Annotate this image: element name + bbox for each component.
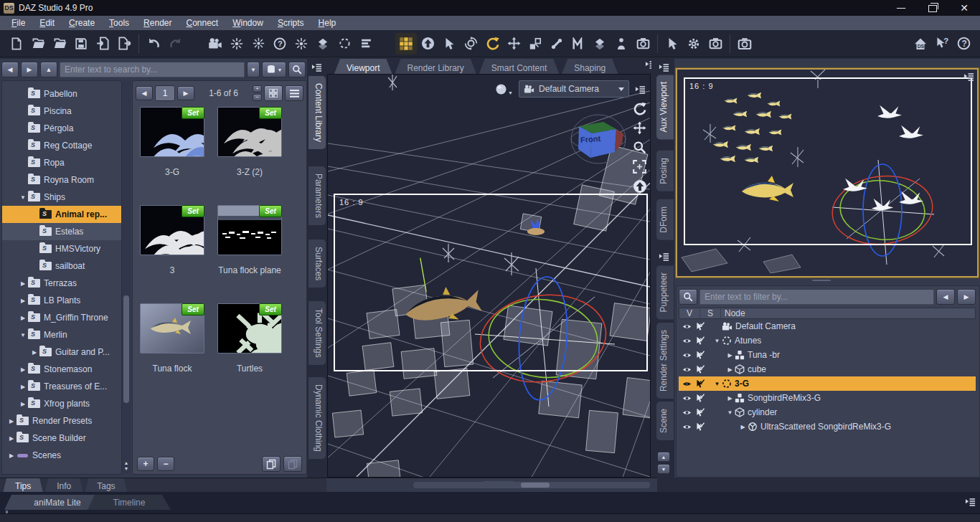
menu-connect[interactable]: Connect bbox=[179, 16, 225, 29]
expand-arrow-icon[interactable]: ▶ bbox=[712, 424, 747, 430]
restore-button[interactable] bbox=[917, 0, 948, 16]
merge-file-icon[interactable] bbox=[49, 33, 70, 54]
menu-tools[interactable]: Tools bbox=[102, 16, 136, 29]
tab-puppeteer[interactable]: Puppeteer bbox=[656, 265, 674, 319]
search-go-button[interactable] bbox=[288, 62, 306, 77]
rotate-tool-icon[interactable] bbox=[481, 33, 503, 54]
page-number[interactable]: 1 bbox=[155, 85, 175, 101]
pane-splitter[interactable] bbox=[676, 277, 977, 283]
tree-item[interactable]: SRoyna Room bbox=[2, 171, 121, 189]
expand-arrow-icon[interactable]: ▶ bbox=[19, 366, 27, 373]
tree-item[interactable]: SPabellon bbox=[2, 85, 121, 103]
collapse-arrow-icon[interactable]: ▼ bbox=[19, 194, 27, 201]
create-spotlight-icon[interactable] bbox=[291, 33, 312, 54]
scale-tool-icon[interactable] bbox=[524, 33, 546, 54]
drawstyle-button[interactable]: ▼ bbox=[495, 83, 513, 95]
content-gallery-icon[interactable] bbox=[395, 33, 417, 54]
thumbnail-image[interactable]: Set bbox=[217, 205, 282, 255]
list-view-button[interactable] bbox=[285, 85, 303, 101]
tree-item[interactable]: ▼SShips bbox=[2, 189, 121, 206]
tree-item[interactable]: ▶SXfrog plants bbox=[2, 395, 121, 412]
minimize-button[interactable]: — bbox=[885, 0, 917, 16]
tab-tool-settings[interactable]: Tool Settings bbox=[308, 301, 326, 365]
collapse-arrow-icon[interactable]: ▼ bbox=[712, 338, 721, 344]
surface-selection-icon[interactable] bbox=[567, 33, 589, 54]
thumbnail-tuna-flock-plane[interactable]: Set Tuna flock plane bbox=[217, 205, 282, 275]
scene-node[interactable]: ▶SongbirdReMix3-G bbox=[679, 391, 976, 405]
create-distant-light-icon[interactable] bbox=[226, 33, 248, 54]
tab-dynamic-clothing[interactable]: Dynamic Clothing bbox=[308, 377, 326, 459]
tree-item[interactable]: ▶SStonemason bbox=[2, 361, 121, 378]
thumbnail-3-Z-2[interactable]: Set 3-Z (2) bbox=[217, 107, 282, 177]
scene-node[interactable]: ▼cylinder bbox=[679, 405, 976, 419]
tab-smart-content[interactable]: Smart Content bbox=[479, 59, 560, 75]
thumbnail-image[interactable]: Set bbox=[217, 303, 282, 353]
expand-arrow-icon[interactable]: ▶ bbox=[8, 452, 15, 459]
tree-item[interactable]: ▶SGuitar and P... bbox=[2, 343, 121, 361]
expand-arrow-icon[interactable]: ▶ bbox=[19, 384, 27, 390]
filter-next-button[interactable]: ▶ bbox=[957, 289, 976, 305]
menu-scripts[interactable]: Scripts bbox=[270, 16, 311, 29]
eye-icon[interactable] bbox=[682, 351, 692, 360]
menu-help[interactable]: Help bbox=[311, 16, 344, 29]
tab-surfaces[interactable]: Surfaces bbox=[308, 239, 326, 288]
close-button[interactable]: ✕ bbox=[948, 0, 980, 16]
horizontal-scrollbar-thumb[interactable] bbox=[521, 483, 550, 488]
render-settings-icon[interactable] bbox=[705, 33, 726, 54]
selectable-icon[interactable] bbox=[695, 336, 705, 346]
filter-prev-button[interactable]: ◀ bbox=[936, 289, 955, 305]
expand-arrow-icon[interactable]: ▶ bbox=[31, 349, 38, 356]
camera-selector[interactable]: Default Camera bbox=[519, 80, 629, 98]
menu-edit[interactable]: Edit bbox=[32, 16, 62, 29]
aux-viewport[interactable]: 16 : 9 bbox=[676, 68, 979, 277]
tree-scrollbar-thumb[interactable] bbox=[123, 295, 129, 403]
tree-item[interactable]: ▼SMerlin bbox=[2, 326, 121, 343]
selectable-icon[interactable] bbox=[695, 322, 705, 331]
paste-page-icon[interactable] bbox=[283, 456, 302, 472]
tab-tips[interactable]: Tips bbox=[3, 478, 43, 493]
figure-selection-icon[interactable] bbox=[611, 33, 632, 54]
grid-view-button[interactable] bbox=[264, 85, 283, 101]
tree-item[interactable]: ▶STreasures of E... bbox=[2, 378, 121, 395]
camera-selection-icon[interactable] bbox=[632, 33, 654, 54]
viewport-navigation-icon[interactable] bbox=[417, 33, 438, 54]
tab-aux-viewport[interactable]: Aux Viewport bbox=[656, 75, 674, 139]
joint-editor-icon[interactable] bbox=[546, 33, 567, 54]
tree-item[interactable]: ▶STerrazas bbox=[2, 275, 121, 292]
thumbnail-image[interactable]: Set bbox=[140, 303, 204, 353]
eye-icon[interactable] bbox=[682, 379, 692, 389]
eye-icon[interactable] bbox=[682, 422, 692, 432]
selectable-icon[interactable] bbox=[695, 351, 705, 360]
tree-item[interactable]: ▶Scenes bbox=[2, 447, 121, 464]
thumbnail-tuna-flock[interactable]: Set Tuna flock bbox=[140, 303, 204, 374]
tree-item[interactable]: Ssailboat bbox=[2, 257, 121, 275]
copy-page-icon[interactable] bbox=[262, 456, 281, 472]
expand-arrow-icon[interactable]: ▶ bbox=[19, 298, 27, 304]
pane-menu-icon[interactable] bbox=[311, 62, 322, 72]
nav-back-button[interactable]: ◀ bbox=[1, 62, 19, 77]
help-icon[interactable] bbox=[953, 33, 974, 54]
collapse-arrow-icon[interactable]: ▼ bbox=[712, 409, 734, 416]
selectable-icon[interactable] bbox=[695, 394, 705, 403]
eye-icon[interactable] bbox=[682, 365, 692, 374]
thumbnail-turtles[interactable]: Set Turtles bbox=[217, 303, 282, 374]
pan-view-icon[interactable] bbox=[633, 121, 647, 135]
filter-search-icon[interactable] bbox=[679, 289, 697, 305]
scene-node-selected[interactable]: ▼3-G bbox=[679, 376, 976, 391]
thumb-size-decrease-button[interactable]: − bbox=[253, 94, 262, 101]
translate-tool-icon[interactable] bbox=[503, 33, 524, 54]
orbit-selection-icon[interactable] bbox=[460, 33, 481, 54]
eye-icon[interactable] bbox=[682, 336, 692, 346]
tree-item[interactable]: SReg Cottage bbox=[2, 137, 121, 154]
collapse-arrow-icon[interactable]: ▼ bbox=[19, 332, 27, 338]
tree-scrollbar[interactable]: ▲▼ bbox=[122, 80, 131, 473]
menu-create[interactable]: Create bbox=[62, 16, 102, 29]
create-linear-point-light-icon[interactable] bbox=[269, 33, 291, 54]
orbit-view-icon[interactable] bbox=[633, 102, 647, 115]
tab-render-settings[interactable]: Render Settings bbox=[656, 323, 674, 399]
add-category-button[interactable]: + bbox=[137, 457, 154, 471]
col-selectable[interactable]: S bbox=[700, 308, 721, 318]
tab-dform[interactable]: DForm bbox=[656, 199, 674, 240]
create-null-icon[interactable] bbox=[334, 33, 355, 54]
scene-node[interactable]: ▶cube bbox=[679, 362, 976, 376]
